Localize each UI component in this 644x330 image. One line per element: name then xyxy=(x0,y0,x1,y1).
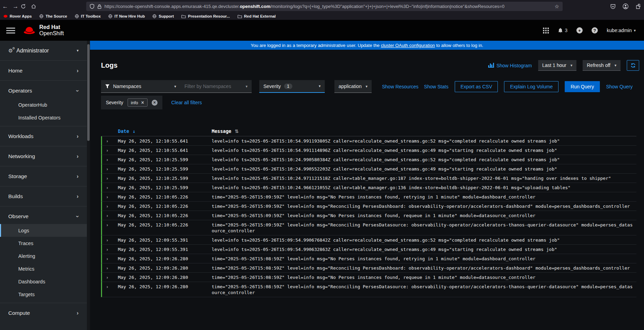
expand-row-icon[interactable]: › xyxy=(102,265,118,271)
sidebar-item-networking[interactable]: Networking› xyxy=(0,148,87,164)
sidebar-item-dashboards[interactable]: Dashboards xyxy=(0,275,87,288)
table-row[interactable]: › May 26, 2025, 12:10:05.226 time="2025-… xyxy=(101,202,636,211)
sidebar-item-operators[interactable]: Operators› xyxy=(0,83,87,98)
table-row[interactable]: › May 26, 2025, 12:10:05.226 time="2025-… xyxy=(101,220,636,235)
show-histogram-link[interactable]: Show Histogram xyxy=(488,63,532,68)
expand-row-icon[interactable]: › xyxy=(102,194,118,200)
extensions-icon[interactable] xyxy=(635,4,641,9)
sidebar-item-storage[interactable]: Storage› xyxy=(0,168,87,184)
table-row[interactable]: › May 26, 2025, 12:10:25.599 level=info … xyxy=(101,174,636,183)
expand-row-icon[interactable]: › xyxy=(102,237,118,243)
table-row[interactable]: › May 26, 2025, 12:09:26.280 time="2025-… xyxy=(101,254,636,263)
sidebar-item-logs[interactable]: Logs xyxy=(0,224,87,237)
expand-row-icon[interactable]: › xyxy=(102,256,118,262)
sidebar-item-compute[interactable]: Compute› xyxy=(0,305,87,321)
tenant-dropdown[interactable]: application ▾ xyxy=(334,80,372,93)
column-header-date[interactable]: Date↓ xyxy=(118,128,212,134)
nav-toggle-icon[interactable] xyxy=(6,26,15,35)
sidebar-item-metrics[interactable]: Metrics xyxy=(0,262,87,275)
expand-row-icon[interactable]: › xyxy=(102,274,118,280)
url-bar[interactable]: https://console-openshift-console.apps.e… xyxy=(86,2,563,11)
scrollbar-track[interactable] xyxy=(87,41,90,330)
back-icon[interactable]: ← xyxy=(0,3,10,10)
expand-row-icon[interactable]: › xyxy=(102,246,118,252)
bookmark-it-new-hire-hub[interactable]: IT New Hire Hub xyxy=(108,14,145,18)
bookmark-folder-redhat-external[interactable]: Red Hat External xyxy=(238,14,276,18)
oauth-config-link[interactable]: cluster OAuth configuration xyxy=(381,43,435,48)
table-row[interactable]: › May 26, 2025, 12:10:25.599 level=info … xyxy=(101,183,636,192)
table-row[interactable]: › May 26, 2025, 12:09:26.280 time="2025-… xyxy=(101,263,636,273)
refresh-interval-dropdown[interactable]: Refresh off▾ xyxy=(583,60,621,71)
home-icon[interactable] xyxy=(31,4,41,9)
tracking-shield-icon[interactable] xyxy=(90,4,94,9)
chevron-right-icon: › xyxy=(77,310,79,317)
log-date: May 26, 2025, 12:10:25.599 xyxy=(118,157,212,163)
account-icon[interactable] xyxy=(623,3,628,9)
reload-icon[interactable] xyxy=(21,4,31,9)
url-text[interactable]: https://console-openshift-console.apps.e… xyxy=(104,4,552,9)
column-header-message[interactable]: Message⇅ xyxy=(212,128,636,134)
sidebar-item-targets[interactable]: Targets xyxy=(0,288,87,301)
export-csv-button[interactable]: Export as CSV xyxy=(455,81,498,92)
table-row[interactable]: › May 26, 2025, 12:10:55.641 level=info … xyxy=(101,136,636,146)
show-query-link[interactable]: Show Query xyxy=(606,84,633,89)
caret-down-icon: ▾ xyxy=(634,28,636,33)
expand-row-icon[interactable]: › xyxy=(102,284,118,295)
user-menu[interactable]: kube:admin▾ xyxy=(607,28,636,33)
sidebar-item-builds[interactable]: Builds› xyxy=(0,188,87,204)
expand-row-icon[interactable]: › xyxy=(102,138,118,144)
table-row[interactable]: › May 26, 2025, 12:10:05.226 time="2025-… xyxy=(101,192,636,202)
expand-row-icon[interactable]: › xyxy=(102,166,118,172)
sidebar-item-installed-operators[interactable]: Installed Operators xyxy=(0,111,87,124)
show-resources-link[interactable]: Show Resources xyxy=(382,84,419,89)
show-stats-link[interactable]: Show Stats xyxy=(424,84,449,89)
perspective-switcher[interactable]: ⚙⚙ Administrator ▾ xyxy=(0,41,87,61)
app-launcher-icon[interactable] xyxy=(543,28,549,33)
bookmark-it-toolbox[interactable]: IT Toolbox xyxy=(75,14,101,18)
clear-chip-group-icon[interactable]: × xyxy=(152,100,158,106)
lock-icon[interactable] xyxy=(97,4,102,9)
sync-button[interactable] xyxy=(627,60,639,71)
bookmark-the-source[interactable]: The Source xyxy=(39,14,67,18)
sidebar-item-operatorhub[interactable]: OperatorHub xyxy=(0,98,87,111)
notification-bell[interactable]: 3 xyxy=(558,28,567,33)
forward-icon[interactable]: → xyxy=(10,3,21,10)
bookmark-support[interactable]: Support xyxy=(152,14,174,18)
table-row[interactable]: › May 26, 2025, 12:09:26.280 time="2025-… xyxy=(101,282,636,297)
attribute-filter-dropdown[interactable]: Namespaces ▾ xyxy=(101,80,180,93)
time-range-dropdown[interactable]: Last 1 hour▾ xyxy=(538,60,577,71)
severity-dropdown[interactable]: Severity 1 ▾ xyxy=(259,80,325,93)
bookmark-rover-apps[interactable]: Rover Apps xyxy=(3,14,32,18)
sidebar-item-workloads[interactable]: Workloads› xyxy=(0,128,87,144)
expand-row-icon[interactable]: › xyxy=(102,213,118,219)
table-row[interactable]: › May 26, 2025, 12:09:55.391 level=info … xyxy=(101,245,636,254)
bookmark-star-icon[interactable]: ☆ xyxy=(555,3,559,10)
brand-logo[interactable]: Red HatOpenShift xyxy=(23,24,64,36)
expand-row-icon[interactable]: › xyxy=(102,203,118,209)
run-query-button[interactable]: Run Query xyxy=(565,81,600,92)
explain-log-volume-button[interactable]: Explain Log Volume xyxy=(504,81,559,92)
help-icon[interactable]: ? xyxy=(592,27,598,33)
bookmark-folder-presentation[interactable]: Presentation Resour... xyxy=(181,14,230,18)
table-row[interactable]: › May 26, 2025, 12:10:05.226 time="2025-… xyxy=(101,211,636,220)
pocket-icon[interactable] xyxy=(610,4,616,9)
table-row[interactable]: › May 26, 2025, 12:10:25.599 level=info … xyxy=(101,155,636,164)
table-row[interactable]: › May 26, 2025, 12:10:55.641 level=info … xyxy=(101,146,636,155)
sidebar-item-home[interactable]: Home› xyxy=(0,63,87,78)
expand-row-icon[interactable]: › xyxy=(102,147,118,153)
sidebar-item-observe[interactable]: Observe› xyxy=(0,208,87,224)
clear-all-filters-link[interactable]: Clear all filters xyxy=(171,100,202,105)
namespace-filter-input[interactable]: Filter by Namespaces ▾ xyxy=(180,80,252,93)
add-icon[interactable]: + xyxy=(576,27,583,33)
table-row[interactable]: › May 26, 2025, 12:09:26.280 time="2025-… xyxy=(101,273,636,282)
sidebar-item-alerting[interactable]: Alerting xyxy=(0,250,87,262)
sidebar-item-traces[interactable]: Traces xyxy=(0,237,87,250)
expand-row-icon[interactable]: › xyxy=(102,157,118,163)
remove-chip-icon[interactable]: × xyxy=(141,100,144,105)
expand-row-icon[interactable]: › xyxy=(102,185,118,191)
expand-row-icon[interactable]: › xyxy=(102,222,118,234)
expand-row-icon[interactable]: › xyxy=(102,175,118,181)
scrollbar-thumb[interactable] xyxy=(87,44,90,141)
table-row[interactable]: › May 26, 2025, 12:10:25.599 level=info … xyxy=(101,164,636,174)
table-row[interactable]: › May 26, 2025, 12:09:55.391 level=info … xyxy=(101,235,636,245)
